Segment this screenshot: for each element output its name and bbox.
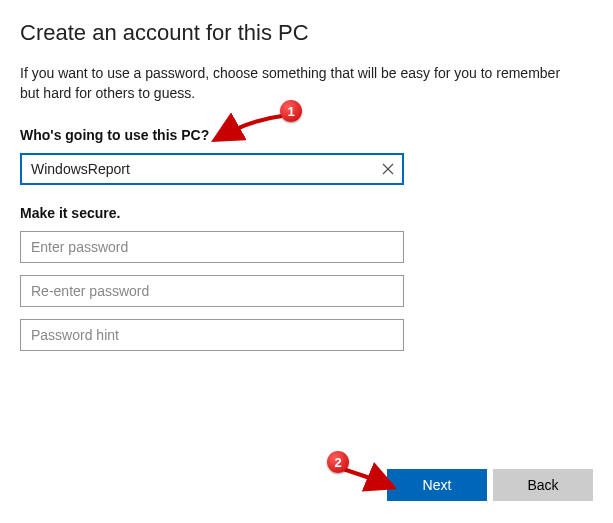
annotation-arrow-1 [210, 110, 288, 148]
password-hint-field-wrap [20, 319, 404, 351]
username-input[interactable] [20, 153, 404, 185]
button-row: Next Back [387, 469, 593, 501]
username-field-wrap [20, 153, 404, 185]
secure-section-label: Make it secure. [20, 205, 593, 221]
reenter-password-input[interactable] [20, 275, 404, 307]
back-button[interactable]: Back [493, 469, 593, 501]
password-input[interactable] [20, 231, 404, 263]
reenter-password-field-wrap [20, 275, 404, 307]
next-button[interactable]: Next [387, 469, 487, 501]
annotation-callout-2: 2 [327, 451, 349, 473]
intro-text: If you want to use a password, choose so… [20, 64, 580, 103]
password-field-wrap [20, 231, 404, 263]
annotation-callout-1: 1 [280, 100, 302, 122]
username-section-label: Who's going to use this PC? [20, 127, 593, 143]
page-title: Create an account for this PC [20, 20, 593, 46]
password-hint-input[interactable] [20, 319, 404, 351]
clear-icon[interactable] [378, 159, 398, 179]
